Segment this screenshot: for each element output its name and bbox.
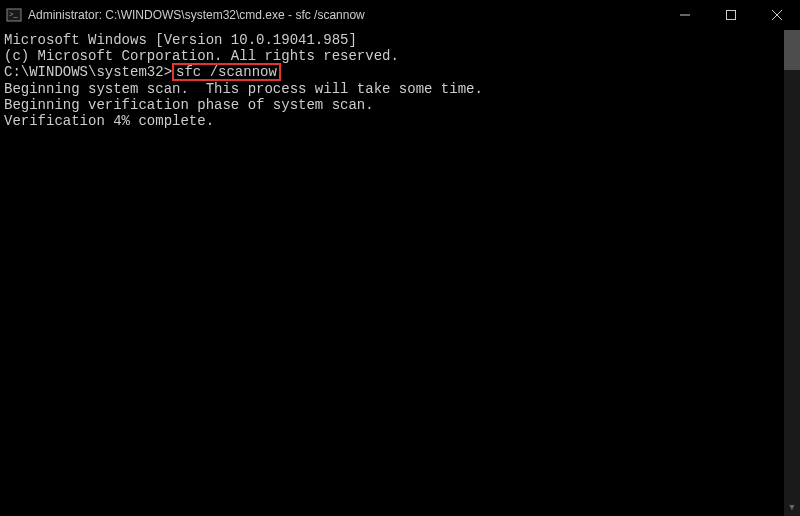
minimize-button[interactable] xyxy=(662,0,708,30)
window-controls xyxy=(662,0,800,30)
window-title: Administrator: C:\WINDOWS\system32\cmd.e… xyxy=(28,8,662,22)
command-highlight: sfc /scannow xyxy=(172,63,281,81)
command-text: sfc /scannow xyxy=(176,64,277,80)
copyright-line: (c) Microsoft Corporation. All rights re… xyxy=(4,48,800,64)
scroll-thumb[interactable] xyxy=(784,30,800,70)
prompt-text: C:\WINDOWS\system32> xyxy=(4,64,172,80)
scroll-down-arrow[interactable]: ▼ xyxy=(784,500,800,516)
version-line: Microsoft Windows [Version 10.0.19041.98… xyxy=(4,32,800,48)
maximize-button[interactable] xyxy=(708,0,754,30)
titlebar[interactable]: >_ Administrator: C:\WINDOWS\system32\cm… xyxy=(0,0,800,30)
scan-start-line: Beginning system scan. This process will… xyxy=(4,81,800,97)
svg-rect-3 xyxy=(727,11,736,20)
prompt-line: C:\WINDOWS\system32>sfc /scannow xyxy=(4,64,800,81)
verification-phase-line: Beginning verification phase of system s… xyxy=(4,97,800,113)
close-button[interactable] xyxy=(754,0,800,30)
cmd-window: >_ Administrator: C:\WINDOWS\system32\cm… xyxy=(0,0,800,516)
cmd-icon: >_ xyxy=(6,7,22,23)
console-output[interactable]: Microsoft Windows [Version 10.0.19041.98… xyxy=(0,30,800,516)
vertical-scrollbar[interactable]: ▲ ▼ xyxy=(784,30,800,516)
verification-progress-line: Verification 4% complete. xyxy=(4,113,800,129)
svg-text:>_: >_ xyxy=(9,10,19,19)
